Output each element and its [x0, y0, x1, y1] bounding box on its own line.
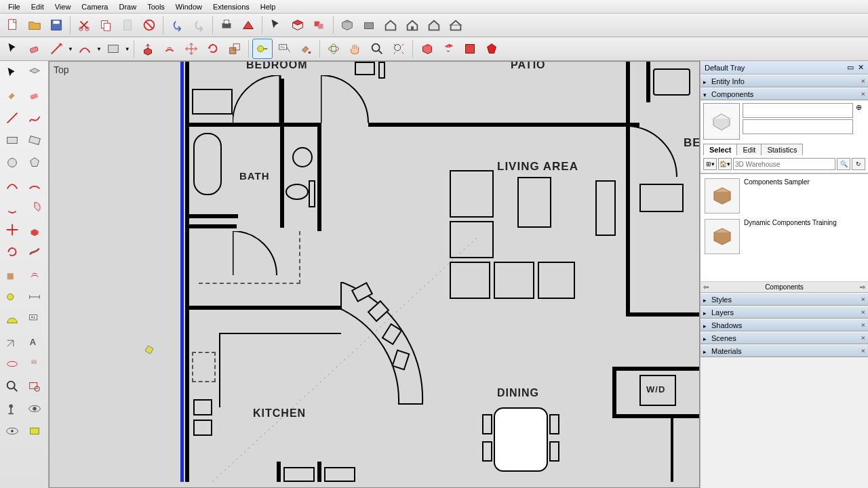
line-tool[interactable]: [46, 39, 66, 59]
move-tool[interactable]: [181, 39, 201, 59]
text-tool[interactable]: A1: [274, 39, 294, 59]
save-button[interactable]: [46, 15, 66, 35]
search-input[interactable]: [733, 158, 835, 170]
extension-tool[interactable]: [460, 39, 480, 59]
pie-side[interactable]: [24, 197, 45, 218]
lookaround-side[interactable]: [24, 399, 45, 419]
cut-button[interactable]: [74, 15, 94, 35]
arc3-side[interactable]: [2, 197, 22, 218]
panel-styles[interactable]: Styles×: [701, 293, 868, 306]
cancel-button[interactable]: [139, 15, 159, 35]
drawing-canvas[interactable]: Top BEDROOM PATIO BATH: [49, 61, 700, 488]
move-side[interactable]: [2, 220, 22, 240]
tab-select[interactable]: Select: [703, 144, 737, 155]
rectangle-tool[interactable]: [103, 39, 123, 59]
position-camera-side[interactable]: [2, 399, 22, 419]
close-icon[interactable]: ×: [861, 321, 865, 329]
pan-side[interactable]: [24, 354, 45, 374]
tape-tool[interactable]: [252, 39, 273, 59]
components-list[interactable]: Components Sampler Dynamic Components Tr…: [701, 174, 868, 282]
followme-side[interactable]: [24, 242, 45, 262]
dimension-side[interactable]: [24, 287, 45, 307]
copy-button[interactable]: [96, 15, 116, 35]
house-icon-4[interactable]: [446, 15, 466, 35]
search-button[interactable]: 🔍: [837, 158, 850, 170]
house-icon-2[interactable]: [402, 15, 422, 35]
menu-window[interactable]: Window: [170, 1, 208, 12]
warehouse-button[interactable]: [337, 15, 357, 35]
polygon-side[interactable]: [24, 152, 45, 173]
scale-side[interactable]: [2, 264, 22, 285]
menu-tools[interactable]: Tools: [142, 1, 170, 12]
open-button[interactable]: [24, 15, 45, 35]
menu-camera[interactable]: Camera: [76, 1, 113, 12]
eraser-tool[interactable]: [24, 39, 45, 59]
line-side[interactable]: [2, 108, 22, 128]
zoomwin-side[interactable]: [24, 376, 45, 396]
undo-button[interactable]: [167, 15, 187, 35]
circle-side[interactable]: [2, 152, 22, 173]
list-item[interactable]: Components Sampler: [702, 176, 867, 216]
section-side[interactable]: [24, 421, 45, 441]
delete-tool[interactable]: [416, 39, 437, 59]
menu-draw[interactable]: Draw: [113, 1, 142, 12]
view-mode-button[interactable]: ⊞▾: [703, 158, 717, 170]
arc-tool[interactable]: [75, 39, 95, 59]
menu-view[interactable]: View: [50, 1, 77, 12]
component-name-input[interactable]: [743, 103, 853, 118]
rotate-side[interactable]: [2, 242, 22, 262]
eraser-side[interactable]: [24, 85, 45, 106]
paste-button[interactable]: [117, 15, 138, 35]
paint-tool[interactable]: [296, 39, 316, 59]
offset-tool[interactable]: [159, 39, 180, 59]
menu-edit[interactable]: Edit: [26, 1, 50, 12]
pushpull-tool[interactable]: [138, 39, 158, 59]
make-component-side[interactable]: [24, 63, 45, 83]
zoom-extents-tool[interactable]: [389, 39, 409, 59]
walk-side[interactable]: [2, 421, 22, 441]
menu-file[interactable]: File: [3, 1, 26, 12]
select-icon[interactable]: [266, 15, 286, 35]
menu-extensions[interactable]: Extensions: [208, 1, 255, 12]
refresh-button[interactable]: ↻: [852, 158, 865, 170]
tab-edit[interactable]: Edit: [736, 144, 762, 155]
close-icon[interactable]: ×: [861, 333, 865, 342]
panel-components[interactable]: Components×: [701, 87, 868, 100]
warehouse-get[interactable]: [438, 39, 458, 59]
ruby-tool[interactable]: [481, 39, 502, 59]
house-icon[interactable]: [380, 15, 401, 35]
panel-materials[interactable]: Materials×: [701, 344, 868, 357]
3dtext-side[interactable]: A: [24, 331, 45, 352]
axes-side[interactable]: [2, 331, 22, 352]
protractor-side[interactable]: [2, 309, 22, 329]
offset-side[interactable]: [24, 264, 45, 285]
paint-side[interactable]: [2, 85, 22, 106]
nav-back-icon[interactable]: ⇦: [703, 283, 709, 291]
select-tool[interactable]: [3, 39, 23, 59]
home-button[interactable]: 🏠▾: [718, 158, 732, 170]
model-info-button[interactable]: [238, 15, 258, 35]
panel-entity-info[interactable]: Entity Info×: [701, 75, 868, 87]
arc2-side[interactable]: [24, 175, 45, 195]
close-icon[interactable]: ×: [861, 346, 865, 355]
arc-side[interactable]: [2, 175, 22, 195]
close-icon[interactable]: ×: [861, 89, 865, 98]
warehouse-upload-button[interactable]: [359, 15, 379, 35]
new-button[interactable]: [3, 15, 23, 35]
make-component-button[interactable]: [288, 15, 308, 35]
rotrect-side[interactable]: [24, 130, 45, 150]
close-icon[interactable]: ×: [861, 77, 865, 85]
pan-tool[interactable]: [345, 39, 366, 59]
freehand-side[interactable]: [24, 108, 45, 128]
tray-close-icon[interactable]: ✕: [858, 63, 864, 72]
expand-icon[interactable]: ⊕: [856, 103, 865, 112]
zoom-side[interactable]: [2, 376, 22, 396]
nav-fwd-icon[interactable]: ⇨: [860, 283, 865, 291]
scale-tool[interactable]: [224, 39, 245, 59]
close-icon[interactable]: ×: [861, 295, 865, 304]
tray-pin-icon[interactable]: ▭: [847, 63, 854, 72]
redo-button[interactable]: [189, 15, 209, 35]
print-button[interactable]: [216, 15, 237, 35]
panel-shadows[interactable]: Shadows×: [701, 319, 868, 331]
tab-statistics[interactable]: Statistics: [761, 144, 803, 155]
